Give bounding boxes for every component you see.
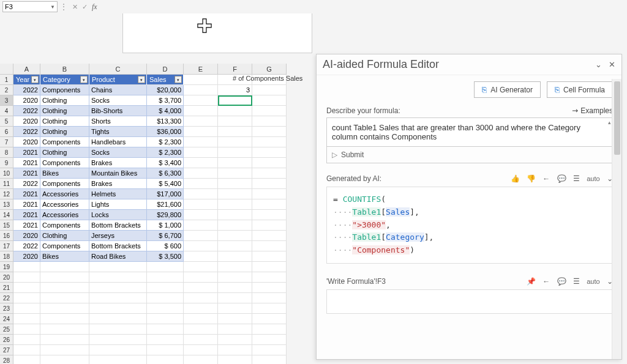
cell[interactable]	[184, 262, 218, 272]
cell-year[interactable]: 2021	[13, 168, 40, 179]
row-header[interactable]: 6	[0, 127, 13, 137]
cell[interactable]	[184, 106, 218, 116]
row-header[interactable]: 18	[0, 251, 13, 262]
row-header[interactable]: 24	[0, 314, 13, 324]
col-header-B[interactable]: B	[40, 64, 89, 75]
cell-year[interactable]: 2021	[13, 210, 40, 220]
cell-product[interactable]: Brakes	[89, 179, 147, 189]
cell[interactable]	[89, 324, 147, 335]
cell-category[interactable]: Bikes	[40, 168, 89, 179]
cell[interactable]	[218, 335, 252, 345]
row-header[interactable]: 1	[0, 75, 13, 85]
col-header-F[interactable]: F	[218, 64, 252, 75]
cell[interactable]	[184, 220, 218, 231]
cell[interactable]	[40, 335, 89, 345]
row-header[interactable]: 22	[0, 293, 13, 303]
cell[interactable]	[184, 179, 218, 189]
cell[interactable]	[252, 147, 287, 158]
collapse-icon[interactable]: ⌄	[595, 60, 602, 69]
row-header[interactable]: 11	[0, 179, 13, 189]
cell[interactable]	[218, 251, 252, 262]
cell-product[interactable]: Jerseys	[89, 231, 147, 241]
cell-sales[interactable]: $ 600	[147, 241, 184, 251]
cell-category[interactable]: Clothing	[40, 106, 89, 116]
cell[interactable]	[13, 283, 40, 293]
close-icon[interactable]: ✕	[609, 60, 615, 69]
cell-year[interactable]: 2020	[13, 231, 40, 241]
cell[interactable]	[252, 116, 287, 127]
cell[interactable]	[40, 345, 89, 355]
auto-label[interactable]: auto	[587, 175, 599, 182]
cell[interactable]	[252, 137, 287, 147]
cell[interactable]	[184, 189, 218, 199]
cell[interactable]	[252, 168, 287, 179]
cell-sales[interactable]: $29,800	[147, 210, 184, 220]
cell[interactable]	[184, 199, 218, 210]
cell[interactable]	[147, 283, 184, 293]
row-header[interactable]: 19	[0, 262, 13, 272]
cell-sales[interactable]: $ 3,500	[147, 251, 184, 262]
cell[interactable]	[184, 168, 218, 179]
cell[interactable]	[147, 293, 184, 303]
cell[interactable]	[147, 345, 184, 355]
row-header[interactable]: 17	[0, 241, 13, 251]
cell[interactable]	[252, 127, 287, 137]
cell[interactable]	[184, 335, 218, 345]
cell[interactable]	[218, 179, 252, 189]
th-sales[interactable]: Sales▾	[147, 75, 184, 85]
cell[interactable]	[218, 137, 252, 147]
cell-formula-button[interactable]: ⎘ Cell Formula	[547, 81, 613, 98]
cell[interactable]	[89, 262, 147, 272]
cell[interactable]	[13, 355, 40, 364]
cell-category[interactable]: Accessories	[40, 189, 89, 199]
cell[interactable]	[252, 158, 287, 168]
cell[interactable]	[184, 303, 218, 314]
cell-category[interactable]: Components	[40, 241, 89, 251]
cell[interactable]	[13, 324, 40, 335]
cell[interactable]	[40, 355, 89, 364]
cell[interactable]	[13, 314, 40, 324]
cell[interactable]	[147, 262, 184, 272]
cancel-icon[interactable]: ✕	[70, 3, 80, 11]
row-header[interactable]: 9	[0, 158, 13, 168]
row-header[interactable]: 15	[0, 220, 13, 231]
cell-year[interactable]: 2020	[13, 95, 40, 106]
cell-sales[interactable]: $ 6,300	[147, 168, 184, 179]
fx-icon[interactable]: fx	[92, 2, 97, 12]
cell[interactable]	[252, 241, 287, 251]
scroll-thumb[interactable]	[614, 81, 620, 155]
select-all-corner[interactable]	[0, 64, 13, 75]
cell[interactable]	[89, 272, 147, 283]
cell-year[interactable]: 2021	[13, 147, 40, 158]
row-header[interactable]: 25	[0, 324, 13, 335]
cell[interactable]	[147, 314, 184, 324]
cell[interactable]	[252, 179, 287, 189]
cell-sales[interactable]: $ 6,700	[147, 231, 184, 241]
cell[interactable]	[147, 272, 184, 283]
cell[interactable]	[252, 262, 287, 272]
col-header-G[interactable]: G	[252, 64, 287, 75]
cell-product[interactable]: Mountain Bikes	[89, 168, 147, 179]
cell-year[interactable]: 2021	[13, 158, 40, 168]
cell[interactable]	[218, 241, 252, 251]
cell[interactable]	[40, 293, 89, 303]
examples-link[interactable]: ↗ Examples	[572, 106, 613, 115]
cell-year[interactable]: 2022	[13, 127, 40, 137]
cell[interactable]	[147, 355, 184, 364]
panel-scrollbar[interactable]	[612, 79, 621, 359]
cell-product[interactable]: Shorts	[89, 116, 147, 127]
cell-year[interactable]: 2020	[13, 137, 40, 147]
cell-F2[interactable]: 3	[218, 85, 252, 95]
cell-sales[interactable]: $ 5,400	[147, 179, 184, 189]
row-header[interactable]: 14	[0, 210, 13, 220]
cell-sales[interactable]: $36,000	[147, 127, 184, 137]
cell[interactable]	[252, 106, 287, 116]
cell-category[interactable]: Components	[40, 179, 89, 189]
cell[interactable]	[184, 293, 218, 303]
cell[interactable]	[218, 262, 252, 272]
cell[interactable]	[218, 345, 252, 355]
cell[interactable]	[184, 314, 218, 324]
cell[interactable]	[184, 95, 218, 106]
cell[interactable]	[89, 335, 147, 345]
generated-formula-box[interactable]: = COUNTIFS( ····Table1[Sales], ····">300…	[326, 187, 613, 264]
